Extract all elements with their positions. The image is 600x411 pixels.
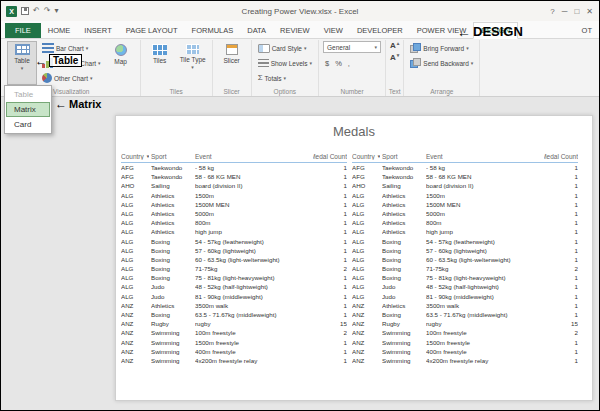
currency-format-button[interactable]: $ <box>325 59 329 68</box>
table-cell: 75 - 81kg (light-heavyweight) <box>426 273 542 282</box>
table-cell: 1 <box>313 310 347 319</box>
chevron-down-icon: ▾ <box>21 66 24 71</box>
column-header-medal-count[interactable]: Medal Count <box>313 153 347 160</box>
table-cell: 1500m <box>426 191 542 200</box>
table-row: ANZSwimming400m freestyle1 <box>121 347 347 356</box>
table-cell: 81 - 90kg (middleweight) <box>195 292 311 301</box>
table-cell: 75 - 81kg (light-heavyweight) <box>195 273 311 282</box>
tab-ot[interactable]: OT <box>575 23 599 38</box>
group-number: General ▾ $ % , Number <box>319 40 386 96</box>
table-cell: 1 <box>544 273 578 282</box>
qat-customize-icon[interactable]: ▾ <box>54 7 58 15</box>
tab-review[interactable]: REVIEW <box>273 23 317 38</box>
pie-chart-icon <box>42 73 52 83</box>
tab-home[interactable]: HOME <box>41 23 78 38</box>
table-cell: Athletics <box>151 301 193 310</box>
redo-icon[interactable]: ↷ <box>44 7 51 15</box>
tab-file[interactable]: FILE <box>5 23 41 38</box>
table-cell: Boxing <box>382 264 424 273</box>
bring-forward-button[interactable]: Bring Forward ▾ <box>408 41 475 55</box>
undo-icon[interactable]: ↶ <box>33 7 40 15</box>
table-cell: ALG <box>121 218 149 227</box>
decrease-font-button[interactable]: A ▾ <box>390 53 399 62</box>
table-cell: 2 <box>313 264 347 273</box>
table-row: ALGAthletics800m1 <box>121 218 347 227</box>
table-button[interactable]: Table ▾ <box>7 41 37 85</box>
percent-format-button[interactable]: % <box>335 59 342 68</box>
slicer-button[interactable]: Slicer <box>217 41 247 85</box>
power-view-canvas[interactable]: Medals Country▼SportEventMedal Count AFG… <box>115 115 593 401</box>
column-header-event[interactable]: Event <box>426 153 542 160</box>
minimize-icon[interactable]: ─ <box>562 7 568 16</box>
tab-data[interactable]: DATA <box>240 23 273 38</box>
tab-developer[interactable]: DEVELOPER <box>350 23 410 38</box>
table-header: Country▼SportEventMedal Count <box>352 153 578 163</box>
left-arrow-icon: ← <box>457 25 471 39</box>
tab-insert[interactable]: INSERT <box>77 23 118 38</box>
dropdown-item-card[interactable]: Card <box>6 117 50 132</box>
totals-button[interactable]: Σ Totals ▾ <box>256 71 314 85</box>
table-cell: Athletics <box>382 301 424 310</box>
table-cell: 4x200m freestyle relay <box>195 356 311 365</box>
tab-view[interactable]: VIEW <box>317 23 350 38</box>
report-title[interactable]: Medals <box>116 124 592 139</box>
table-cell: 2 <box>313 328 347 337</box>
column-header-sport[interactable]: Sport <box>151 153 193 160</box>
window-title: Creating Power View.xlsx - Excel <box>242 7 359 16</box>
column-header-sport[interactable]: Sport <box>382 153 424 160</box>
tab-formulas[interactable]: FORMULAS <box>185 23 241 38</box>
bar-chart-button[interactable]: Bar Chart ▾ <box>40 41 103 55</box>
table-body: AFGTaekwondo- 58 kg1AFGTaekwondo58 - 68 … <box>121 163 347 365</box>
help-icon[interactable]: ? <box>550 7 554 16</box>
show-levels-button[interactable]: Show Levels ▾ <box>256 56 314 70</box>
maximize-icon[interactable]: □ <box>574 7 579 16</box>
table-cell: ANZ <box>121 338 149 347</box>
comma-format-button[interactable]: , <box>348 59 350 68</box>
tab-page-layout[interactable]: PAGE LAYOUT <box>119 23 185 38</box>
table-cell: ANZ <box>352 347 380 356</box>
chevron-down-icon: ▾ <box>471 61 474 66</box>
other-chart-button[interactable]: Other Chart ▾ <box>40 71 103 85</box>
number-format-select[interactable]: General ▾ <box>323 41 381 53</box>
tiles-button[interactable]: Tiles <box>145 41 175 85</box>
dropdown-item-matrix[interactable]: Matrix <box>6 102 50 117</box>
group-label-arrange: Arrange <box>404 88 479 95</box>
bar-chart-label: Bar Chart <box>56 45 84 52</box>
table-cell: - 58 kg <box>195 163 311 172</box>
card-style-button[interactable]: Card Style ▾ <box>256 41 314 55</box>
tile-type-button[interactable]: Tile Type ▾ <box>178 41 208 85</box>
table-cell: 71-75kg <box>426 264 542 273</box>
table-header: Country▼SportEventMedal Count <box>121 153 347 163</box>
left-arrow-icon: ← <box>55 98 67 110</box>
table-row: ALGBoxing75 - 81kg (light-heavyweight)1 <box>352 273 578 282</box>
table-cell: Swimming <box>382 356 424 365</box>
increase-font-button[interactable]: A ▴ <box>390 41 399 50</box>
close-icon[interactable]: ✕ <box>586 7 593 16</box>
table-row: ANZSwimming4x200m freestyle relay1 <box>352 356 578 365</box>
send-backward-button[interactable]: Send Backward ▾ <box>408 56 475 70</box>
column-header-country[interactable]: Country▼ <box>121 153 149 160</box>
table-row: ANZSwimming4x200m freestyle relay1 <box>121 356 347 365</box>
table-cell: ALG <box>121 282 149 291</box>
table-cell: 1 <box>313 301 347 310</box>
table-cell: - 58 kg <box>426 163 542 172</box>
table-row: ANZSwimming100m freestyle2 <box>121 328 347 337</box>
group-label-options: Options <box>252 88 318 95</box>
table-cell: ANZ <box>352 338 380 347</box>
table-cell: Taekwondo <box>382 163 424 172</box>
save-icon[interactable] <box>21 7 29 15</box>
table-cell: 54 - 57kg (featherweight) <box>195 237 311 246</box>
table-row: ANZAthletics3500m walk1 <box>352 301 578 310</box>
column-header-country[interactable]: Country▼ <box>352 153 380 160</box>
column-header-medal-count[interactable]: Medal Count <box>544 153 578 160</box>
card-style-icon <box>258 44 270 53</box>
table-cell: 1 <box>313 282 347 291</box>
map-button[interactable]: Map <box>106 41 136 85</box>
column-header-event[interactable]: Event <box>195 153 311 160</box>
table-cell: Judo <box>382 282 424 291</box>
table-cell: Athletics <box>382 200 424 209</box>
medals-table[interactable]: Country▼SportEventMedal Count AFGTaekwon… <box>352 153 578 365</box>
medals-table[interactable]: Country▼SportEventMedal Count AFGTaekwon… <box>121 153 347 365</box>
table-row: ALGBoxing57 - 60kg (lightweight)1 <box>121 246 347 255</box>
table-cell: Taekwondo <box>382 172 424 181</box>
